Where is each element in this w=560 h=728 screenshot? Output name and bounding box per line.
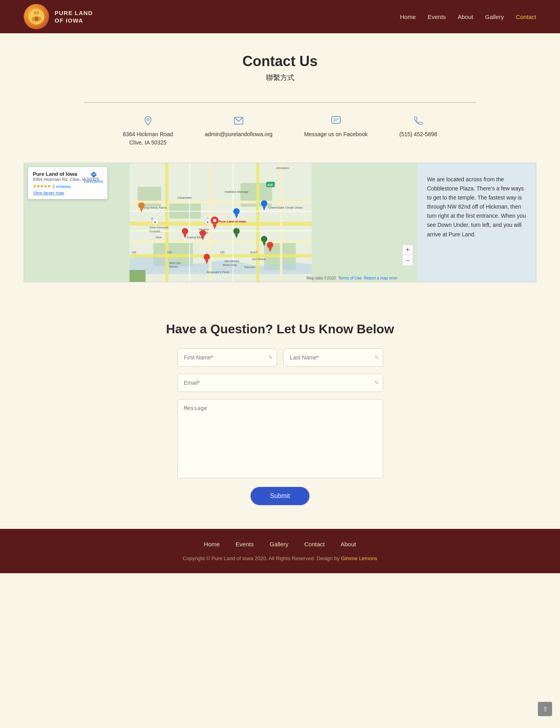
svg-rect-19 — [130, 240, 312, 243]
phone-text[interactable]: (515) 452-5898 — [399, 130, 437, 139]
map-info-card: Pure Land of Iowa 8364 Hickman Rd, Clive… — [28, 167, 107, 199]
logo-image — [24, 4, 49, 29]
main-content: Contact Us 聯繫方式 8364 Hickman Road Clive,… — [0, 33, 560, 529]
map-reviews[interactable]: 3 reviews — [52, 184, 70, 189]
first-name-input[interactable] — [177, 348, 277, 367]
svg-text:6: 6 — [152, 217, 153, 220]
map-controls: + − — [402, 245, 413, 266]
svg-rect-4 — [35, 17, 38, 21]
nav-gallery[interactable]: Gallery — [485, 13, 504, 20]
svg-point-79 — [204, 254, 210, 260]
svg-text:Urbandale: Urbandale — [177, 196, 192, 200]
footer-nav-gallery[interactable]: Gallery — [270, 541, 289, 547]
svg-point-65 — [261, 200, 268, 207]
email-icon — [232, 114, 245, 127]
contact-email: admin@purelandofiowa.org — [205, 114, 272, 147]
map-directions-btn[interactable]: Directions — [84, 171, 103, 184]
svg-text:6: 6 — [207, 220, 209, 224]
map-report-link[interactable]: Report a map error — [364, 276, 397, 280]
svg-text:Moines: Moines — [169, 265, 178, 268]
facebook-text[interactable]: Message us on Facebook — [304, 130, 368, 139]
svg-text:235: 235 — [132, 251, 137, 254]
nav-contact[interactable]: Contact — [516, 13, 536, 20]
last-name-input[interactable] — [283, 348, 383, 367]
svg-text:Healistics Massage: Healistics Massage — [225, 190, 249, 194]
svg-point-71 — [261, 236, 268, 242]
svg-rect-23 — [256, 163, 260, 282]
map-zoom-in[interactable]: + — [402, 245, 413, 255]
svg-point-67 — [139, 202, 145, 209]
map-footer: Map data ©2020 Terms of Use Report a map… — [307, 276, 397, 280]
map-zoom-out[interactable]: − — [402, 255, 413, 266]
question-section: Have a Question? Let Us Know Below ✎ ✎ ✎ — [0, 306, 560, 529]
contact-info-row: 8364 Hickman Road Clive, IA 50325 admin@… — [0, 114, 560, 163]
nav-events[interactable]: Events — [428, 13, 446, 20]
phone-icon — [412, 114, 425, 127]
svg-rect-82 — [130, 270, 146, 282]
svg-text:Des Moines: Des Moines — [225, 260, 239, 262]
svg-text:235: 235 — [167, 251, 172, 254]
header: PURE LAND OF IOWA Home Events About Gall… — [0, 0, 560, 33]
svg-point-63 — [233, 208, 240, 215]
map-view-larger-link[interactable]: View larger map — [33, 190, 103, 195]
svg-rect-24 — [280, 163, 283, 282]
address-text: 8364 Hickman Road Clive, IA 50325 — [123, 130, 173, 147]
submit-button[interactable]: Submit — [251, 487, 310, 505]
message-input[interactable] — [177, 399, 383, 478]
email-text[interactable]: admin@purelandofiowa.org — [205, 130, 272, 139]
map-rating-stars: ★★★★★ — [33, 184, 51, 189]
message-field — [177, 399, 383, 480]
directions-label: Directions — [84, 179, 103, 184]
svg-text:GreenState Credit Union: GreenState Credit Union — [268, 206, 303, 209]
svg-text:Alexander's Photo: Alexander's Photo — [207, 271, 230, 274]
svg-point-6 — [147, 118, 149, 120]
svg-point-69 — [233, 228, 240, 234]
svg-text:EAST: EAST — [251, 251, 258, 254]
email-field: ✎ — [177, 374, 383, 392]
svg-text:West Des: West Des — [169, 262, 182, 264]
svg-text:Clive: Clive — [156, 236, 162, 239]
email-field-icon: ✎ — [374, 380, 379, 386]
nav-home[interactable]: Home — [400, 13, 416, 20]
svg-text:Raccoon: Raccoon — [245, 266, 256, 268]
last-name-field: ✎ — [283, 348, 383, 367]
contact-form: ✎ ✎ ✎ Submit — [177, 348, 383, 521]
location-icon — [142, 114, 154, 127]
footer: Home Events Gallery Contact About Copyri… — [0, 529, 560, 573]
svg-text:Clive Communi: Clive Communi — [150, 226, 169, 229]
svg-rect-27 — [189, 163, 190, 282]
footer-nav-about[interactable]: About — [340, 541, 356, 547]
logo-area: PURE LAND OF IOWA — [24, 4, 93, 29]
map-terms-link[interactable]: Terms of Use — [338, 276, 362, 280]
footer-designer-link[interactable]: Gimme Lemons — [341, 555, 378, 561]
question-title: Have a Question? Let Us Know Below — [24, 322, 536, 336]
message-icon — [330, 114, 342, 127]
map-place-name: Pure Land of Iowa — [33, 171, 77, 177]
page-subtitle: 聯繫方式 — [16, 73, 544, 82]
footer-nav: Home Events Gallery Contact About — [24, 541, 536, 547]
svg-text:235: 235 — [220, 251, 225, 254]
svg-rect-21 — [165, 163, 169, 282]
email-input[interactable] — [177, 374, 383, 392]
page-title: Contact Us — [16, 53, 544, 70]
contact-facebook: Message us on Facebook — [304, 114, 368, 147]
svg-point-61 — [213, 219, 216, 222]
nav-about[interactable]: About — [458, 13, 473, 20]
svg-point-75 — [200, 230, 206, 236]
section-divider — [84, 102, 476, 103]
svg-point-73 — [267, 242, 273, 248]
svg-text:415: 415 — [268, 183, 273, 187]
map-placeholder[interactable]: Johnston 6 6 235 235 EAST Des Moine Urba… — [24, 163, 417, 282]
footer-copyright: Copyright © Pure Land of Iowa 2020. All … — [24, 555, 536, 561]
svg-text:6: 6 — [154, 220, 156, 224]
map-section: Johnston 6 6 235 235 EAST Des Moine Urba… — [24, 163, 536, 282]
map-data-text: Map data ©2020 — [307, 276, 336, 280]
footer-nav-events[interactable]: Events — [235, 541, 254, 547]
svg-text:Works Park: Works Park — [223, 264, 237, 266]
svg-text:Johnston: Johnston — [276, 166, 289, 170]
contact-phone: (515) 452-5898 — [399, 114, 437, 147]
last-name-icon: ✎ — [374, 354, 379, 361]
footer-nav-home[interactable]: Home — [204, 541, 220, 547]
name-row: ✎ ✎ — [177, 348, 383, 367]
footer-nav-contact[interactable]: Contact — [304, 541, 325, 547]
